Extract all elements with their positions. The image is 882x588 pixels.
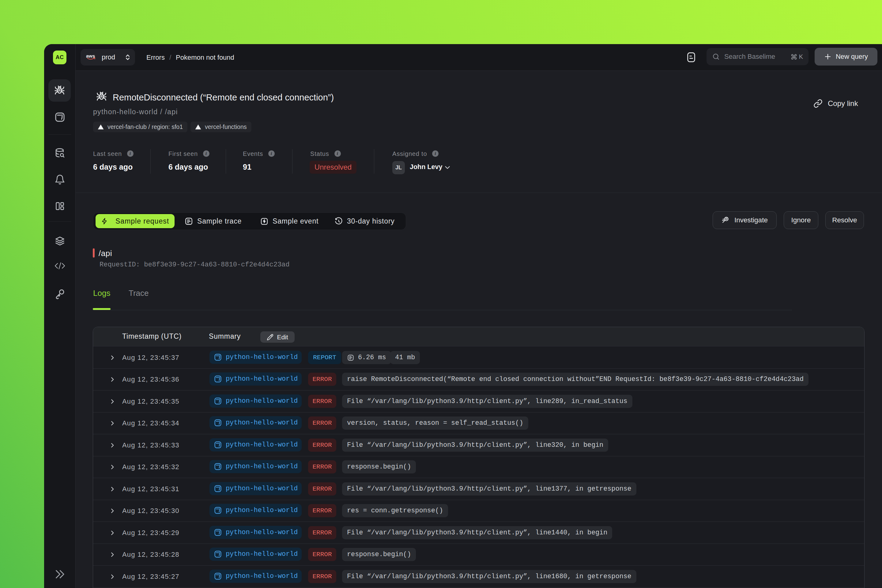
svg-text:aws: aws — [86, 53, 95, 58]
